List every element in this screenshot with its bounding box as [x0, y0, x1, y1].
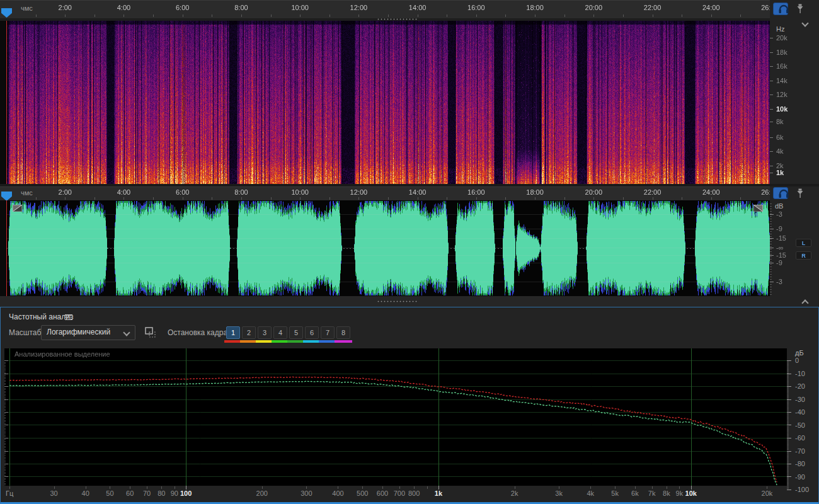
frequency-tick-label: 8k: [776, 118, 784, 125]
hold-label: Остановка кадра:: [168, 328, 229, 337]
panel-title: Частотный анализ: [9, 312, 73, 321]
frequency-axis-label: 5k: [611, 490, 619, 497]
frequency-axis-label: 200: [256, 490, 268, 497]
panel-menu-icon[interactable]: [65, 314, 72, 321]
frequency-axis-label: 9k: [676, 490, 684, 497]
y-axis-unit: дБ: [795, 349, 804, 357]
hold-button-2[interactable]: 2: [242, 326, 256, 339]
time-label: 12:00: [350, 4, 368, 11]
db-axis-ticks: [787, 348, 792, 491]
db-axis-label: 0: [795, 357, 799, 364]
hold-color-bar: [240, 340, 258, 343]
pin-button[interactable]: [791, 3, 804, 15]
time-label: 20:00: [585, 4, 603, 11]
hold-button-6[interactable]: 6: [305, 326, 319, 339]
time-label: 2:00: [59, 188, 72, 196]
frequency-axis-label: 500: [357, 490, 368, 497]
channel-left-button[interactable]: L: [796, 239, 811, 247]
frequency-tick-label: 4k: [776, 147, 784, 155]
time-label: 6:00: [176, 4, 189, 11]
panel-drag-grip[interactable]: [377, 18, 417, 20]
frequency-tick-label: 18k: [776, 49, 788, 56]
frequency-axis-label: 7k: [648, 490, 656, 497]
frequency-analysis-plot[interactable]: [4, 348, 787, 486]
time-label: 6:00: [176, 188, 189, 196]
frequency-tick-label: 10k: [776, 105, 788, 113]
frequency-tick-label: 20k: [776, 34, 788, 42]
timeline-ruler-spectral[interactable]: чмс 2:004:006:008:0010:0012:0014:0016:00…: [0, 0, 770, 19]
scale-label: Масштаб:: [9, 328, 43, 337]
playhead-line-spectral[interactable]: [6, 21, 7, 184]
pin-button[interactable]: [791, 187, 804, 200]
headphones-icon: [777, 4, 790, 14]
db-axis-label: -70: [795, 447, 805, 455]
frequency-axis-label: 700: [394, 490, 405, 497]
monitor-headphones-button[interactable]: [773, 3, 788, 15]
selection-overlay-label: Анализированное выделение: [14, 350, 110, 358]
db-axis-label: -90: [795, 473, 805, 481]
frequency-tick-label: 16k: [776, 62, 788, 70]
ruler-corner: [770, 0, 819, 19]
panel-drag-grip[interactable]: [377, 301, 417, 302]
playhead-line-waveform[interactable]: [6, 200, 7, 296]
channel-right-button[interactable]: R: [796, 251, 811, 260]
hold-button-1[interactable]: 1: [226, 326, 240, 339]
chevron-up-icon[interactable]: [801, 299, 808, 306]
hold-color-bar: [335, 340, 352, 343]
frequency-axis-label: 2k: [511, 490, 518, 497]
time-label: 24:00: [702, 4, 720, 11]
time-label: 24:00: [702, 188, 720, 196]
waveform-display[interactable]: [6, 200, 770, 296]
db-axis-label: -40: [795, 408, 805, 416]
frequency-axis-label: 70: [143, 490, 151, 497]
editor-left-margin: [0, 200, 6, 296]
amplitude-tick-label: -15: [776, 251, 786, 259]
time-label: 4:00: [117, 4, 130, 11]
frequency-axis-label: 8k: [663, 490, 670, 497]
db-axis-label: -10: [795, 370, 805, 377]
hold-color-bar: [256, 340, 273, 343]
db-axis-label: -50: [795, 421, 805, 429]
hold-button-3[interactable]: 3: [258, 326, 272, 339]
amplitude-tick-label: -∞: [776, 244, 784, 251]
time-label: 14:00: [409, 4, 427, 11]
hold-color-bar: [272, 340, 289, 343]
hold-button-7[interactable]: 7: [321, 326, 335, 339]
frequency-axis-label: 100: [180, 490, 192, 497]
frequency-tick-label: 6k: [776, 134, 784, 141]
frequency-axis-label: 3k: [555, 490, 563, 497]
monitor-headphones-button[interactable]: [773, 187, 788, 199]
frequency-scale-labels: 20k18k16k14k12k10k8k6k4k2k1k: [770, 18, 819, 184]
amplitude-tick-label: -9: [776, 225, 782, 232]
amplitude-tick-label: -3: [776, 210, 782, 218]
audio-editor-window: чмс 2:004:006:008:0010:0012:0014:0016:00…: [0, 0, 819, 504]
timeline-ruler-waveform[interactable]: чмс 2:004:006:008:0010:0012:0014:0016:00…: [0, 186, 770, 202]
scale-dropdown[interactable]: Логарифмический: [41, 325, 135, 340]
frequency-axis-label: 6k: [631, 490, 639, 497]
spectrogram-display[interactable]: [6, 21, 770, 184]
time-label: 20:00: [585, 188, 603, 196]
time-label: 18:00: [526, 188, 544, 196]
hold-button-8[interactable]: 8: [336, 326, 350, 339]
amplitude-scale-labels: -3-9-15-∞-15-9-3: [770, 201, 819, 297]
frequency-axis-label: 1k: [435, 490, 442, 497]
time-label: 10:00: [291, 4, 309, 11]
ruler-corner: [770, 186, 819, 202]
fade-out-handle[interactable]: [753, 203, 763, 210]
fade-in-handle[interactable]: [13, 203, 22, 210]
frequency-tick-label: 14k: [776, 77, 788, 84]
time-label: 16:00: [467, 188, 485, 196]
db-axis-label: -100: [795, 486, 809, 493]
amplitude-scale: dB -3-9-15-∞-15-9-3 L R: [770, 201, 819, 307]
db-axis-label: -20: [795, 382, 805, 390]
pin-icon: [795, 188, 805, 199]
hold-button-4[interactable]: 4: [273, 326, 287, 339]
frequency-axis-label: 20k: [762, 490, 773, 497]
copy-graph-button[interactable]: [140, 326, 154, 340]
time-label: 4:00: [117, 188, 130, 196]
hold-button-5[interactable]: 5: [289, 326, 303, 339]
frequency-analysis-panel: Частотный анализ Масштаб: Логарифмически…: [0, 307, 819, 504]
db-axis-label: -80: [795, 460, 805, 467]
frequency-axis-label: 600: [377, 490, 388, 497]
frequency-axis-label: 60: [126, 490, 134, 497]
